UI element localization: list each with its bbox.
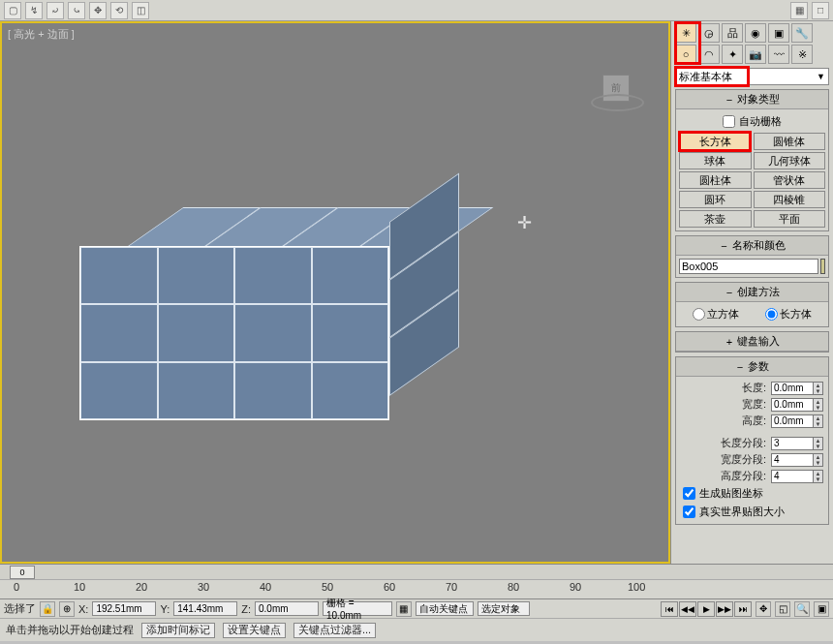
toolbar-icon[interactable]: ⟲ — [110, 2, 128, 19]
lock-icon[interactable]: 🔒 — [40, 601, 55, 617]
display-tab-icon[interactable]: ▣ — [768, 23, 789, 43]
cone-button[interactable]: 圆锥体 — [754, 133, 826, 150]
rollout-title: 对象类型 — [737, 92, 780, 107]
crosshair-cursor-icon: ✛ — [517, 212, 532, 233]
object-name-input[interactable] — [679, 259, 818, 274]
hierarchy-tab-icon[interactable]: 品 — [722, 23, 743, 43]
play-icon[interactable]: ▶ — [697, 601, 715, 617]
auto-grid-checkbox[interactable] — [723, 115, 735, 128]
wsegs-label: 宽度分段: — [681, 452, 768, 467]
toolbar-icon[interactable]: ▦ — [790, 2, 808, 19]
lsegs-input[interactable] — [771, 437, 814, 450]
toolbar-icon[interactable]: ✥ — [89, 2, 107, 19]
box-button[interactable]: 长方体 — [679, 133, 752, 150]
y-coord-field[interactable]: 141.43mm — [173, 601, 237, 616]
rollout-header[interactable]: − 创建方法 — [676, 283, 828, 302]
spinner-arrows[interactable]: ▲▼ — [814, 453, 823, 467]
nav-icon[interactable]: ▣ — [814, 601, 829, 617]
tick-label: 20 — [136, 581, 147, 593]
lights-category-icon[interactable]: ✦ — [722, 45, 743, 64]
rollout-header[interactable]: − 参数 — [676, 357, 828, 377]
cylinder-button[interactable]: 圆柱体 — [679, 171, 752, 189]
object-type-rollout: − 对象类型 自动栅格 长方体 圆锥体 球体 几何球体 圆柱体 管状体 圆环 四… — [675, 89, 829, 231]
helpers-category-icon[interactable]: 〰 — [768, 45, 789, 64]
playback-controls: ⏮ ◀◀ ▶ ▶▶ ⏭ — [661, 601, 752, 617]
cameras-category-icon[interactable]: 📷 — [745, 45, 766, 64]
snap-icon[interactable]: ⊕ — [59, 601, 75, 617]
nav-icon[interactable]: ◱ — [775, 601, 790, 617]
height-input[interactable] — [771, 414, 814, 428]
autokey-button[interactable]: 自动关键点 — [416, 601, 474, 616]
toolbar-icon[interactable]: ↯ — [25, 2, 43, 19]
rollout-header[interactable]: + 键盘输入 — [676, 332, 828, 352]
tick-label: 70 — [446, 581, 457, 593]
time-ruler[interactable]: 0 10 20 30 40 50 60 70 80 90 100 — [0, 580, 833, 598]
grid-toggle-icon[interactable]: ▦ — [396, 601, 412, 617]
top-toolbar: ▢ ↯ ⤾ ⤿ ✥ ⟲ ◫ ▦ □ — [0, 0, 833, 21]
time-tag-button[interactable]: 添加时间标记 — [141, 623, 215, 638]
toolbar-icon[interactable]: ▢ — [4, 2, 21, 19]
next-frame-icon[interactable]: ▶▶ — [716, 601, 733, 617]
spinner-arrows[interactable]: ▲▼ — [814, 437, 823, 450]
set-key-button[interactable]: 设置关键点 — [223, 623, 286, 638]
motion-tab-icon[interactable]: ◉ — [745, 23, 766, 43]
torus-button[interactable]: 圆环 — [679, 191, 752, 208]
object-color-swatch[interactable] — [820, 259, 825, 274]
selected-obj-dropdown[interactable]: 选定对象 — [478, 601, 530, 616]
box-radio[interactable]: 长方体 — [765, 307, 812, 322]
wsegs-input[interactable] — [771, 453, 814, 467]
rollout-title: 名称和颜色 — [732, 238, 786, 253]
rollout-title: 参数 — [748, 359, 769, 374]
geometry-category-icon[interactable]: ○ — [675, 45, 696, 64]
height-label: 高度: — [681, 414, 768, 428]
x-coord-field[interactable]: 192.51mm — [92, 601, 156, 616]
teapot-button[interactable]: 茶壶 — [679, 210, 752, 228]
cube-radio[interactable]: 立方体 — [693, 307, 739, 322]
rollout-header[interactable]: − 对象类型 — [676, 90, 828, 109]
spinner-arrows[interactable]: ▲▼ — [814, 382, 823, 395]
goto-end-icon[interactable]: ⏭ — [734, 601, 752, 617]
goto-start-icon[interactable]: ⏮ — [661, 601, 678, 617]
time-slider-handle[interactable]: 0 — [10, 566, 35, 579]
sphere-button[interactable]: 球体 — [679, 152, 752, 169]
tube-button[interactable]: 管状体 — [754, 171, 826, 189]
utilities-tab-icon[interactable]: 🔧 — [791, 23, 813, 43]
viewcube[interactable]: 前 — [591, 67, 644, 120]
toolbar-icon[interactable]: □ — [812, 2, 829, 19]
spinner-arrows[interactable]: ▲▼ — [814, 398, 823, 412]
toolbar-icon[interactable]: ◫ — [132, 2, 149, 19]
hsegs-label: 高度分段: — [681, 469, 768, 483]
prev-frame-icon[interactable]: ◀◀ — [679, 601, 696, 617]
toolbar-icon[interactable]: ⤿ — [68, 2, 85, 19]
pyramid-button[interactable]: 四棱锥 — [754, 191, 826, 208]
time-slider[interactable]: 0 — [0, 565, 833, 580]
hsegs-input[interactable] — [771, 470, 814, 483]
length-label: 长度: — [681, 381, 768, 395]
chevron-down-icon: ▼ — [817, 72, 825, 81]
expand-icon: + — [725, 336, 734, 348]
geosphere-button[interactable]: 几何球体 — [754, 152, 826, 169]
keyboard-entry-rollout: + 键盘输入 — [675, 331, 829, 353]
width-input[interactable] — [771, 398, 814, 412]
viewcube-ring[interactable] — [591, 94, 644, 111]
spinner-arrows[interactable]: ▲▼ — [814, 470, 823, 483]
gen-uv-checkbox[interactable] — [683, 487, 695, 500]
plane-button[interactable]: 平面 — [754, 210, 826, 228]
grid-size-field: 栅格 = 10.0mm — [323, 601, 392, 616]
z-coord-field[interactable]: 0.0mm — [255, 601, 319, 616]
rollout-header[interactable]: − 名称和颜色 — [676, 236, 828, 256]
systems-category-icon[interactable]: ※ — [791, 45, 813, 64]
nav-icon[interactable]: ✥ — [756, 601, 771, 617]
real-world-checkbox[interactable] — [683, 506, 695, 518]
key-filter-button[interactable]: 关键点过滤器... — [293, 623, 376, 638]
tick-label: 60 — [384, 581, 395, 593]
spinner-arrows[interactable]: ▲▼ — [814, 414, 823, 428]
nav-icon[interactable]: 🔍 — [794, 601, 810, 617]
shapes-category-icon[interactable]: ◠ — [698, 45, 720, 64]
primitive-category-dropdown[interactable]: 标准基本体 ▼ — [675, 68, 829, 85]
perspective-viewport[interactable]: [ 高光 + 边面 ] 前 ✛ — [0, 21, 670, 564]
length-input[interactable] — [771, 382, 814, 395]
modify-tab-icon[interactable]: ◶ — [698, 23, 720, 43]
create-tab-icon[interactable]: ✳ — [675, 23, 696, 43]
toolbar-icon[interactable]: ⤾ — [46, 2, 64, 19]
